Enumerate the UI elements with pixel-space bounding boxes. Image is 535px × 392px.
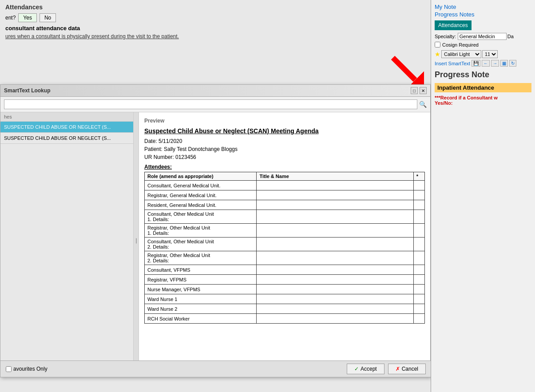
role-cell: Ward Nurse 1 xyxy=(145,294,257,304)
role-cell: Registrar, Other Medical Unit1. Details: xyxy=(145,224,257,238)
refresh-icon[interactable]: ↻ xyxy=(509,60,516,67)
star-cell xyxy=(413,285,424,294)
star-icon[interactable]: ★ xyxy=(435,51,440,58)
preview-ur: UR Number: 0123456 xyxy=(144,154,425,160)
name-cell xyxy=(257,181,413,190)
name-cell xyxy=(257,265,413,275)
specialty-row: Specialty: Da xyxy=(435,33,531,40)
da-label: Da xyxy=(507,34,514,39)
yes-button[interactable]: Yes xyxy=(18,13,37,22)
table-row: Consultant, Other Medical Unit1. Details… xyxy=(145,210,425,224)
name-cell xyxy=(257,275,413,285)
star-cell xyxy=(413,200,424,210)
specialty-input[interactable] xyxy=(458,33,507,40)
progress-notes-link[interactable]: Progress Notes xyxy=(435,11,531,18)
star-cell xyxy=(413,265,424,275)
checkmark-icon: ✓ xyxy=(354,366,359,372)
preview-patient: Patient: Sally Test Donotchange Bloggs xyxy=(144,146,425,152)
font-family-select[interactable]: Calibri Light xyxy=(441,50,481,58)
list-header: hes xyxy=(0,112,133,122)
favourites-label: avourites Only xyxy=(13,366,48,372)
table-row: Nurse Manager, VFPMS xyxy=(145,285,425,294)
role-cell: Consultant, General Medical Unit. xyxy=(145,181,257,190)
role-cell: Registrar, Other Medical Unit2. Details: xyxy=(145,251,257,265)
attendances-tab[interactable]: Attendances xyxy=(435,20,472,30)
role-cell: Consultant, Other Medical Unit1. Details… xyxy=(145,210,257,224)
accept-label: Accept xyxy=(361,366,377,372)
name-cell xyxy=(257,285,413,294)
table-row: Registrar, VFPMS xyxy=(145,275,425,285)
table-row: Ward Nurse 2 xyxy=(145,304,425,314)
consultant-desc-text: ures when a consultant is physically pre… xyxy=(5,33,179,40)
list-item[interactable]: SUSPECTED CHILD ABUSE OR NEGLECT (S... xyxy=(0,133,133,144)
star-cell xyxy=(413,224,424,238)
name-cell xyxy=(257,314,413,324)
table-row: Ward Nurse 1 xyxy=(145,294,425,304)
name-cell xyxy=(257,251,413,265)
role-cell: RCH Social Worker xyxy=(145,314,257,324)
progress-note-title: Progress Note xyxy=(435,70,531,79)
preview-title: Suspected Child Abuse or Neglect (SCAN) … xyxy=(144,127,425,135)
dialog-close-button[interactable]: ✕ xyxy=(420,87,427,94)
preview-date: Date: 5/11/2020 xyxy=(144,138,425,144)
redo-icon[interactable]: → xyxy=(491,60,499,67)
cosign-label: Cosign Required xyxy=(442,42,479,48)
record-text: ***Record if a Consultant wYes/No: xyxy=(435,95,531,106)
col-header-name: Title & Name xyxy=(257,172,413,181)
save-icon[interactable]: 💾 xyxy=(472,60,480,67)
star-cell xyxy=(413,238,424,251)
search-input[interactable] xyxy=(4,99,417,109)
col-header-star: * xyxy=(413,172,424,181)
preview-panel: Preview Suspected Child Abuse or Neglect… xyxy=(139,112,430,369)
star-cell xyxy=(413,210,424,224)
name-cell xyxy=(257,304,413,314)
search-icon: 🔍 xyxy=(419,101,427,108)
resize-handle[interactable]: ┃ xyxy=(134,112,139,369)
no-button[interactable]: No xyxy=(40,13,56,22)
table-row: RCH Social Worker xyxy=(145,314,425,324)
top-section: Attendances ent? Yes No consultant atten… xyxy=(0,0,431,43)
copy-icon[interactable]: ▦ xyxy=(500,60,508,67)
present-label: ent? xyxy=(5,15,16,21)
my-note-link[interactable]: My Note xyxy=(435,4,531,10)
cosign-row: Cosign Required xyxy=(435,42,531,48)
star-cell xyxy=(413,304,424,314)
smarttext-toolbar: Insert SmartText 💾 ← → ▦ ↻ xyxy=(435,60,531,67)
table-row: Consultant, VFPMS xyxy=(145,265,425,275)
list-item[interactable]: SUSPECTED CHILD ABUSE OR NEGLECT (S... xyxy=(0,122,133,133)
favourites-checkbox[interactable] xyxy=(6,366,12,372)
consultant-title: consultant attendance data xyxy=(5,25,425,32)
cancel-button[interactable]: ✗ Cancel xyxy=(388,364,426,374)
role-cell: Ward Nurse 2 xyxy=(145,304,257,314)
name-cell xyxy=(257,190,413,200)
table-row: Consultant, Other Medical Unit2. Details… xyxy=(145,238,425,251)
dialog-restore-button[interactable]: □ xyxy=(411,87,418,94)
table-row: Registrar, Other Medical Unit2. Details: xyxy=(145,251,425,265)
name-cell xyxy=(257,294,413,304)
specialty-label: Specialty: xyxy=(435,34,456,39)
star-cell xyxy=(413,275,424,285)
dialog-titlebar: SmartText Lookup □ ✕ xyxy=(0,85,430,97)
red-arrow xyxy=(388,53,424,89)
font-toolbar: ★ Calibri Light 11 xyxy=(435,50,531,58)
font-size-select[interactable]: 11 xyxy=(482,50,498,58)
x-icon: ✗ xyxy=(396,366,400,372)
insert-smarttext-button[interactable]: Insert SmartText xyxy=(435,61,470,66)
attendees-tbody: Consultant, General Medical Unit. Regist… xyxy=(145,181,425,324)
table-row: Registrar, General Medical Unit. xyxy=(145,190,425,200)
undo-icon[interactable]: ← xyxy=(482,60,490,67)
cosign-checkbox[interactable] xyxy=(435,42,440,48)
col-header-role: Role (amend as appropriate) xyxy=(145,172,257,181)
svg-line-1 xyxy=(393,58,415,80)
present-row: ent? Yes No xyxy=(5,13,425,22)
name-cell xyxy=(257,200,413,210)
name-cell xyxy=(257,210,413,224)
action-buttons: ✓ Accept ✗ Cancel xyxy=(347,364,426,374)
dialog-controls: □ ✕ xyxy=(411,87,427,94)
star-cell xyxy=(413,190,424,200)
search-bar: 🔍 xyxy=(0,97,430,112)
accept-button[interactable]: ✓ Accept xyxy=(347,364,384,374)
content-area: hes SUSPECTED CHILD ABUSE OR NEGLECT (S.… xyxy=(0,112,430,369)
smarttext-dialog: SmartText Lookup □ ✕ 🔍 hes SUSPECTED CHI… xyxy=(0,84,431,377)
table-row: Registrar, Other Medical Unit1. Details: xyxy=(145,224,425,238)
